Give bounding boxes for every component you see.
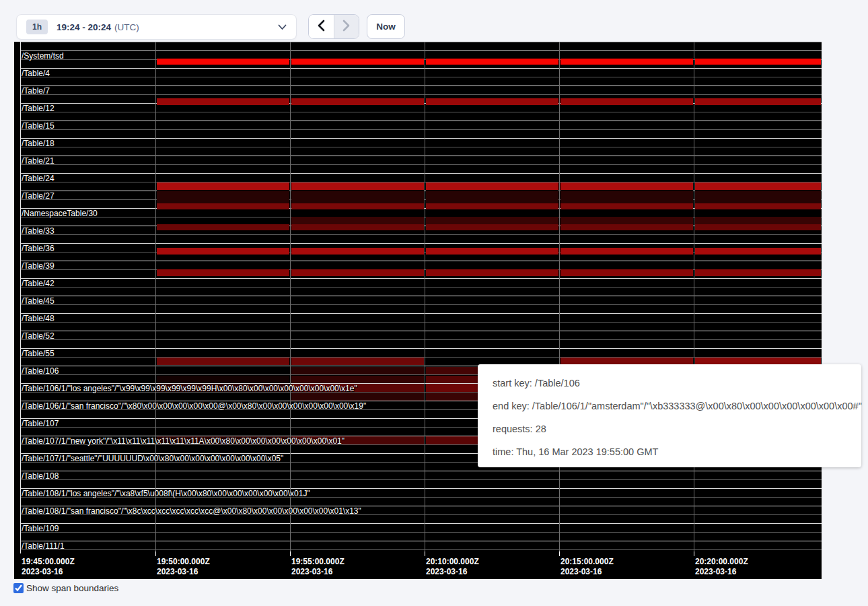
span-boundary-line xyxy=(20,541,822,541)
heat-band xyxy=(695,217,821,224)
row-label: /Table/111/1 xyxy=(22,542,65,551)
heat-band xyxy=(695,98,821,105)
show-span-boundaries-checkbox[interactable] xyxy=(13,583,24,593)
row-divider-line xyxy=(20,322,822,323)
heat-band xyxy=(291,203,424,209)
heat-band xyxy=(291,217,424,224)
row-divider-line xyxy=(20,304,822,305)
span-boundary-line xyxy=(20,138,822,139)
axis-tick-label: 20:20:00.000Z2023-03-16 xyxy=(695,557,748,577)
time-range-timezone: (UTC) xyxy=(114,22,139,32)
row-divider-line xyxy=(20,42,822,42)
heat-band xyxy=(560,269,693,276)
row-divider-line xyxy=(20,339,822,340)
heat-band xyxy=(426,269,558,276)
row-divider-line xyxy=(20,164,822,165)
heat-band xyxy=(426,182,558,190)
time-range-nav xyxy=(308,14,359,39)
heat-band xyxy=(426,248,558,255)
row-divider-line xyxy=(20,129,822,130)
heat-band xyxy=(695,203,821,209)
next-range-button[interactable] xyxy=(334,15,359,38)
span-boundary-line xyxy=(20,50,822,51)
row-label: /Table/42 xyxy=(22,279,55,288)
row-label: /Table/21 xyxy=(22,157,55,166)
span-boundary-line xyxy=(20,261,822,261)
row-label: /Table/106/1/"los angeles"/"\x99\x99\x99… xyxy=(22,384,357,393)
heat-band xyxy=(157,376,289,383)
span-boundary-line xyxy=(20,243,822,244)
row-label: /Table/4 xyxy=(22,69,50,78)
axis-tick-label: 20:10:00.000Z2023-03-16 xyxy=(426,557,479,577)
row-divider-line xyxy=(20,479,822,480)
row-label: /Table/108 xyxy=(22,472,59,481)
row-label: /Table/15 xyxy=(22,122,55,131)
heat-band xyxy=(291,248,424,255)
heat-band xyxy=(426,217,558,224)
row-divider-line xyxy=(20,147,822,147)
axis-tick-mark xyxy=(290,551,291,556)
row-divider-line xyxy=(20,549,822,550)
heat-band xyxy=(695,182,821,190)
chevron-left-icon xyxy=(317,20,325,34)
heat-band xyxy=(426,224,558,230)
row-label: /System/tsd xyxy=(22,52,64,61)
heat-band xyxy=(291,59,424,65)
axis-tick-mark xyxy=(694,551,694,556)
heat-band xyxy=(157,98,289,105)
row-label: /Table/27 xyxy=(22,192,55,201)
span-boundary-line xyxy=(20,348,822,349)
row-label: /Table/107 xyxy=(22,419,59,428)
heat-band xyxy=(695,224,821,230)
heat-band xyxy=(695,248,821,255)
row-divider-line xyxy=(20,532,822,533)
row-divider-line xyxy=(20,94,822,95)
heat-band xyxy=(560,217,693,224)
heat-band xyxy=(560,59,693,65)
heat-band xyxy=(695,269,821,276)
time-range-text: 19:24 - 20:24 xyxy=(57,22,111,32)
heat-band xyxy=(291,358,424,365)
time-range-duration-badge: 1h xyxy=(26,20,48,34)
row-label: /Table/108/1/"los angeles"/"\xa8\xf5\u00… xyxy=(22,490,310,498)
heat-band xyxy=(157,59,289,65)
row-label: /Table/106 xyxy=(22,367,59,376)
row-label: /Table/52 xyxy=(22,332,55,341)
span-boundary-line xyxy=(20,121,822,121)
axis-tick-label: 19:45:00.000Z2023-03-16 xyxy=(22,557,75,577)
chevron-right-icon xyxy=(342,20,351,34)
time-gridline xyxy=(155,42,156,553)
span-boundary-line xyxy=(20,86,822,86)
heat-band xyxy=(560,182,693,190)
row-label: /Table/39 xyxy=(22,262,55,271)
time-range-select[interactable]: 1h 19:24 - 20:24 (UTC) xyxy=(16,14,297,40)
span-boundary-line xyxy=(20,471,822,471)
heat-band xyxy=(157,269,289,276)
heat-band xyxy=(291,367,424,374)
now-button[interactable]: Now xyxy=(367,14,405,39)
row-label: /Table/109 xyxy=(22,525,59,533)
row-label: /Table/33 xyxy=(22,227,55,236)
tooltip-end-key: end key: /Table/106/1/"amsterdam"/"\xb33… xyxy=(493,395,846,417)
heat-band xyxy=(426,203,558,209)
row-label: /Table/55 xyxy=(22,349,55,358)
time-gridline xyxy=(694,42,694,553)
span-boundary-line xyxy=(20,331,822,331)
row-label: /Table/107/1/"seattle"/"UUUUUUD\x00\x80\… xyxy=(22,454,283,463)
heat-band xyxy=(157,182,289,190)
span-boundary-line xyxy=(20,313,822,314)
heat-band xyxy=(291,224,424,230)
heatmap-canvas[interactable]: /System/tsd/Table/4/Table/7/Table/12/Tab… xyxy=(14,42,822,579)
heat-band xyxy=(157,248,289,255)
time-gridline xyxy=(290,42,291,553)
row-divider-line xyxy=(20,234,822,235)
span-boundary-line xyxy=(20,68,822,69)
previous-range-button[interactable] xyxy=(309,15,334,38)
row-label: /Table/12 xyxy=(22,104,55,113)
row-label: /Table/7 xyxy=(22,87,50,96)
heat-band xyxy=(291,376,424,383)
span-boundary-line xyxy=(20,278,822,279)
axis-tick-label: 19:50:00.000Z2023-03-16 xyxy=(157,557,210,577)
axis-tick-mark xyxy=(155,551,156,556)
heat-band xyxy=(426,59,558,65)
